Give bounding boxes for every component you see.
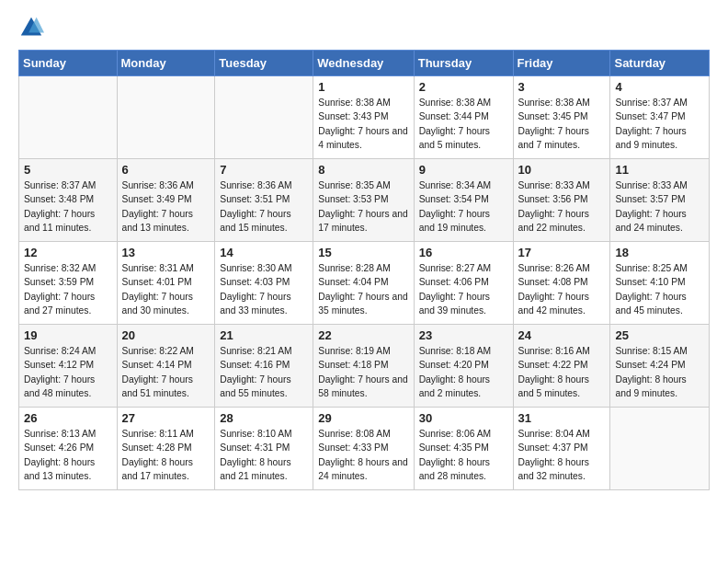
calendar-cell: 27Sunrise: 8:11 AMSunset: 4:28 PMDayligh… [117, 408, 215, 490]
calendar-week-row: 1Sunrise: 8:38 AMSunset: 3:43 PMDaylight… [19, 76, 710, 159]
day-number: 7 [220, 163, 308, 177]
weekday-header: Saturday [610, 51, 710, 76]
calendar-cell: 29Sunrise: 8:08 AMSunset: 4:33 PMDayligh… [313, 408, 414, 490]
calendar-cell: 1Sunrise: 8:38 AMSunset: 3:43 PMDaylight… [313, 76, 414, 159]
calendar-body: 1Sunrise: 8:38 AMSunset: 3:43 PMDaylight… [19, 76, 710, 490]
calendar-cell: 25Sunrise: 8:15 AMSunset: 4:24 PMDayligh… [610, 325, 710, 408]
day-info: Sunrise: 8:18 AMSunset: 4:20 PMDaylight:… [419, 344, 508, 401]
calendar-cell: 28Sunrise: 8:10 AMSunset: 4:31 PMDayligh… [215, 408, 313, 490]
page: SundayMondayTuesdayWednesdayThursdayFrid… [0, 0, 728, 505]
calendar-week-row: 26Sunrise: 8:13 AMSunset: 4:26 PMDayligh… [19, 408, 710, 490]
day-number: 8 [318, 163, 408, 177]
calendar-cell: 2Sunrise: 8:38 AMSunset: 3:44 PMDaylight… [414, 76, 513, 159]
day-info: Sunrise: 8:22 AMSunset: 4:14 PMDaylight:… [122, 344, 210, 401]
day-number: 10 [518, 163, 606, 177]
day-info: Sunrise: 8:27 AMSunset: 4:06 PMDaylight:… [419, 261, 508, 318]
weekday-header: Monday [117, 51, 215, 76]
day-info: Sunrise: 8:11 AMSunset: 4:28 PMDaylight:… [122, 427, 210, 484]
day-number: 5 [24, 163, 112, 177]
day-info: Sunrise: 8:26 AMSunset: 4:08 PMDaylight:… [518, 261, 606, 318]
day-number: 28 [220, 411, 308, 425]
day-number: 9 [419, 163, 508, 177]
day-number: 29 [318, 411, 408, 425]
logo-icon [18, 15, 44, 40]
day-number: 6 [122, 163, 210, 177]
weekday-header: Wednesday [313, 51, 414, 76]
day-info: Sunrise: 8:21 AMSunset: 4:16 PMDaylight:… [220, 344, 308, 401]
day-info: Sunrise: 8:10 AMSunset: 4:31 PMDaylight:… [220, 427, 308, 484]
day-number: 15 [318, 246, 408, 259]
day-info: Sunrise: 8:38 AMSunset: 3:45 PMDaylight:… [518, 96, 606, 153]
day-number: 14 [220, 246, 308, 259]
day-info: Sunrise: 8:19 AMSunset: 4:18 PMDaylight:… [318, 344, 408, 401]
calendar-cell: 15Sunrise: 8:28 AMSunset: 4:04 PMDayligh… [313, 242, 414, 325]
day-number: 17 [518, 246, 606, 259]
calendar-cell: 17Sunrise: 8:26 AMSunset: 4:08 PMDayligh… [513, 242, 610, 325]
calendar-table: SundayMondayTuesdayWednesdayThursdayFrid… [18, 50, 710, 490]
calendar-cell: 11Sunrise: 8:33 AMSunset: 3:57 PMDayligh… [610, 159, 710, 242]
day-number: 31 [518, 411, 606, 425]
day-info: Sunrise: 8:38 AMSunset: 3:44 PMDaylight:… [419, 96, 508, 153]
day-number: 16 [419, 246, 508, 259]
day-info: Sunrise: 8:34 AMSunset: 3:54 PMDaylight:… [419, 178, 508, 236]
day-number: 18 [615, 246, 704, 259]
day-info: Sunrise: 8:32 AMSunset: 3:59 PMDaylight:… [24, 261, 112, 318]
calendar-cell: 20Sunrise: 8:22 AMSunset: 4:14 PMDayligh… [117, 325, 215, 408]
weekday-row: SundayMondayTuesdayWednesdayThursdayFrid… [19, 51, 710, 76]
day-info: Sunrise: 8:30 AMSunset: 4:03 PMDaylight:… [220, 261, 308, 318]
calendar-week-row: 19Sunrise: 8:24 AMSunset: 4:12 PMDayligh… [19, 325, 710, 408]
day-number: 1 [318, 80, 408, 94]
day-info: Sunrise: 8:36 AMSunset: 3:49 PMDaylight:… [122, 178, 210, 236]
calendar-cell: 7Sunrise: 8:36 AMSunset: 3:51 PMDaylight… [215, 159, 313, 242]
calendar-cell: 19Sunrise: 8:24 AMSunset: 4:12 PMDayligh… [19, 325, 118, 408]
day-number: 20 [122, 328, 210, 342]
day-info: Sunrise: 8:38 AMSunset: 3:43 PMDaylight:… [318, 96, 408, 153]
day-info: Sunrise: 8:31 AMSunset: 4:01 PMDaylight:… [122, 261, 210, 318]
calendar-cell: 14Sunrise: 8:30 AMSunset: 4:03 PMDayligh… [215, 242, 313, 325]
day-info: Sunrise: 8:35 AMSunset: 3:53 PMDaylight:… [318, 178, 408, 236]
calendar-cell [215, 76, 313, 159]
weekday-header: Friday [513, 51, 610, 76]
calendar-cell: 12Sunrise: 8:32 AMSunset: 3:59 PMDayligh… [19, 242, 118, 325]
day-number: 3 [518, 80, 606, 94]
day-number: 21 [220, 328, 308, 342]
calendar-cell: 6Sunrise: 8:36 AMSunset: 3:49 PMDaylight… [117, 159, 215, 242]
calendar-cell: 26Sunrise: 8:13 AMSunset: 4:26 PMDayligh… [19, 408, 118, 490]
day-number: 13 [122, 246, 210, 259]
day-number: 19 [24, 328, 112, 342]
calendar-cell: 16Sunrise: 8:27 AMSunset: 4:06 PMDayligh… [414, 242, 513, 325]
day-info: Sunrise: 8:33 AMSunset: 3:57 PMDaylight:… [615, 178, 704, 236]
calendar-week-row: 12Sunrise: 8:32 AMSunset: 3:59 PMDayligh… [19, 242, 710, 325]
day-info: Sunrise: 8:33 AMSunset: 3:56 PMDaylight:… [518, 178, 606, 236]
calendar-cell: 30Sunrise: 8:06 AMSunset: 4:35 PMDayligh… [414, 408, 513, 490]
calendar-cell: 24Sunrise: 8:16 AMSunset: 4:22 PMDayligh… [513, 325, 610, 408]
day-number: 23 [419, 328, 508, 342]
calendar-cell [117, 76, 215, 159]
day-info: Sunrise: 8:37 AMSunset: 3:48 PMDaylight:… [24, 178, 112, 236]
calendar-week-row: 5Sunrise: 8:37 AMSunset: 3:48 PMDaylight… [19, 159, 710, 242]
day-info: Sunrise: 8:24 AMSunset: 4:12 PMDaylight:… [24, 344, 112, 401]
day-info: Sunrise: 8:37 AMSunset: 3:47 PMDaylight:… [615, 96, 704, 153]
weekday-header: Tuesday [215, 51, 313, 76]
day-number: 11 [615, 163, 704, 177]
calendar-cell: 3Sunrise: 8:38 AMSunset: 3:45 PMDaylight… [513, 76, 610, 159]
calendar-cell [610, 408, 710, 490]
day-info: Sunrise: 8:16 AMSunset: 4:22 PMDaylight:… [518, 344, 606, 401]
calendar-cell: 18Sunrise: 8:25 AMSunset: 4:10 PMDayligh… [610, 242, 710, 325]
calendar-cell: 9Sunrise: 8:34 AMSunset: 3:54 PMDaylight… [414, 159, 513, 242]
calendar-cell: 10Sunrise: 8:33 AMSunset: 3:56 PMDayligh… [513, 159, 610, 242]
day-info: Sunrise: 8:04 AMSunset: 4:37 PMDaylight:… [518, 427, 606, 484]
day-number: 24 [518, 328, 606, 342]
day-number: 30 [419, 411, 508, 425]
day-number: 26 [24, 411, 112, 425]
day-info: Sunrise: 8:08 AMSunset: 4:33 PMDaylight:… [318, 427, 408, 484]
calendar-cell: 22Sunrise: 8:19 AMSunset: 4:18 PMDayligh… [313, 325, 414, 408]
day-info: Sunrise: 8:15 AMSunset: 4:24 PMDaylight:… [615, 344, 704, 401]
day-info: Sunrise: 8:25 AMSunset: 4:10 PMDaylight:… [615, 261, 704, 318]
calendar-cell: 21Sunrise: 8:21 AMSunset: 4:16 PMDayligh… [215, 325, 313, 408]
day-info: Sunrise: 8:28 AMSunset: 4:04 PMDaylight:… [318, 261, 408, 318]
calendar-cell: 23Sunrise: 8:18 AMSunset: 4:20 PMDayligh… [414, 325, 513, 408]
header [18, 15, 710, 40]
calendar-header: SundayMondayTuesdayWednesdayThursdayFrid… [19, 51, 710, 76]
calendar-cell: 5Sunrise: 8:37 AMSunset: 3:48 PMDaylight… [19, 159, 118, 242]
